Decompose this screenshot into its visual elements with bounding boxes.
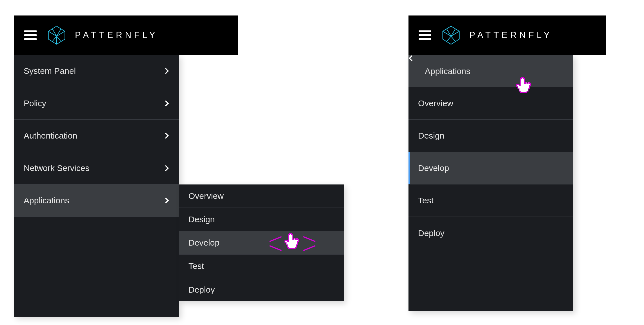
hamburger-icon[interactable] [419,30,431,40]
flyout-item-develop[interactable]: Develop [179,231,344,255]
flyout-item-overview[interactable]: Overview [179,184,344,208]
drill-item-label: Develop [418,163,449,173]
app-header: PATTERNFLY [408,15,606,55]
nav-item-network-services[interactable]: Network Services [14,152,179,184]
drill-item-label: Deploy [418,228,444,238]
chevron-right-icon [165,100,169,107]
nav-item-applications[interactable]: Applications [14,184,179,217]
flyout-item-deploy[interactable]: Deploy [179,278,344,301]
nav-item-label: Policy [24,99,46,108]
drill-item-label: Overview [418,99,453,108]
drilldown-nav-example: PATTERNFLY Applications Overview Design … [408,15,606,311]
drill-item-label: Test [418,196,434,205]
flyout-item-label: Test [188,261,204,271]
svg-line-11 [451,36,455,42]
flyout-item-test[interactable]: Test [179,255,344,278]
svg-line-5 [57,36,61,42]
flyout-item-label: Deploy [188,285,215,295]
app-header: PATTERNFLY [14,15,238,55]
nav-item-label: Network Services [24,163,89,173]
drill-back-applications[interactable]: Applications [408,55,573,87]
flyout-item-label: Develop [188,238,219,248]
drilldown-nav: Applications Overview Design Develop Tes… [408,55,573,311]
svg-line-4 [52,36,57,42]
nav-item-label: Applications [24,196,69,205]
primary-nav: System Panel Policy Authentication Netwo… [14,55,179,317]
patternfly-logo-icon [441,25,461,45]
patternfly-logo-icon [47,25,66,45]
flyout-item-design[interactable]: Design [179,208,344,231]
nav-item-authentication[interactable]: Authentication [14,120,179,152]
nav-item-policy[interactable]: Policy [14,87,179,120]
hamburger-icon[interactable] [24,30,37,40]
chevron-right-icon [165,165,169,172]
chevron-right-icon [165,197,169,204]
flyout-item-label: Overview [188,191,224,201]
chevron-right-icon [165,132,169,139]
flyout-item-label: Design [188,215,215,224]
drill-item-test[interactable]: Test [408,184,573,217]
drill-sub-list: Overview Design Develop Test Deploy [408,87,573,249]
nav-item-system-panel[interactable]: System Panel [14,55,179,87]
drill-back-label: Applications [425,66,470,76]
nav-item-label: Authentication [24,131,77,141]
flyout-menu: Overview Design Develop Test D [179,184,344,301]
brand-name: PATTERNFLY [75,30,158,40]
flyout-nav-example: PATTERNFLY System Panel Policy Authentic… [14,15,238,317]
drill-item-label: Design [418,131,444,141]
drill-item-develop[interactable]: Develop [408,152,573,184]
svg-line-10 [447,36,451,42]
brand-logo [47,25,66,45]
chevron-right-icon [165,68,169,74]
brand-logo [441,25,461,45]
drill-item-design[interactable]: Design [408,120,573,152]
drill-item-deploy[interactable]: Deploy [408,217,573,249]
nav-item-label: System Panel [24,66,76,76]
pointer-cursor-icon [284,232,299,250]
drill-item-overview[interactable]: Overview [408,87,573,120]
brand-name: PATTERNFLY [469,30,552,40]
